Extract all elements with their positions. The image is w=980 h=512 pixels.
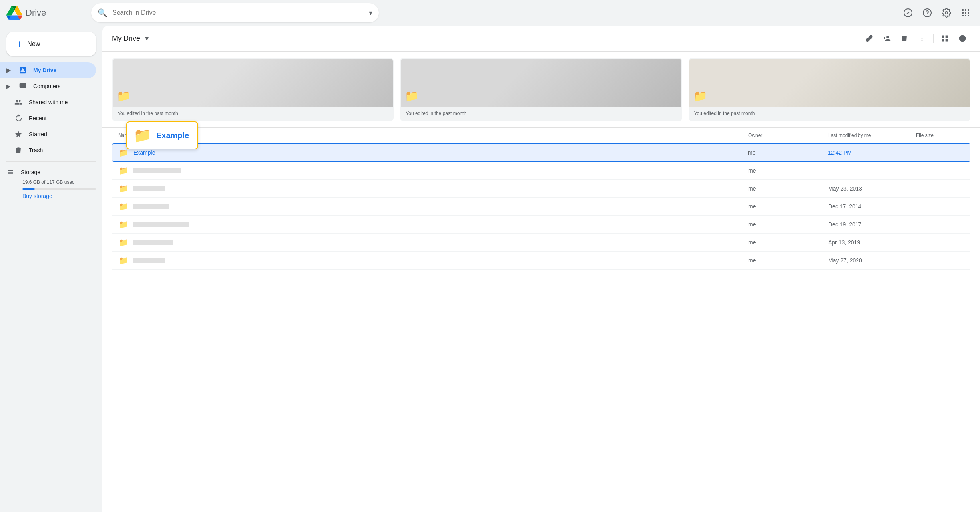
sidebar-item-starred[interactable]: Starred xyxy=(0,126,96,142)
col-name-header[interactable]: Name ↑ xyxy=(118,133,748,138)
sidebar-item-computers-label: Computers xyxy=(33,83,60,89)
file-size: — xyxy=(916,239,964,246)
my-drive-icon xyxy=(19,66,27,74)
file-owner: me xyxy=(748,203,828,210)
sidebar-item-computers[interactable]: ▶ Computers xyxy=(0,78,96,94)
chevron-icon-computers: ▶ xyxy=(6,83,11,89)
trash-icon xyxy=(14,146,22,154)
search-bar[interactable]: 🔍 ▾ xyxy=(91,3,379,22)
table-row[interactable]: 📁 me Apr 13, 2019 — xyxy=(112,234,970,252)
table-row[interactable]: 📁 me May 23, 2013 — xyxy=(112,180,970,198)
thumbnail-card-1[interactable]: 📁 You edited in the past month xyxy=(112,58,394,121)
popup-folder-name: Example xyxy=(156,131,189,140)
table-row[interactable]: 📁 me May 27, 2020 — xyxy=(112,252,970,270)
file-owner: me xyxy=(748,221,828,228)
file-name-cell: 📁 xyxy=(118,238,748,247)
gear-icon xyxy=(942,8,951,18)
header-icons xyxy=(900,5,974,21)
svg-rect-13 xyxy=(20,83,26,88)
col-owner-header: Owner xyxy=(748,133,828,138)
file-name-cell: 📁 xyxy=(118,202,748,211)
apps-button[interactable] xyxy=(958,5,974,21)
content-toolbar: My Drive ▾ xyxy=(102,26,980,52)
share-button[interactable] xyxy=(879,30,895,46)
content-area: 📁 Example My Drive ▾ xyxy=(102,26,980,512)
file-owner: me xyxy=(748,239,828,246)
table-row[interactable]: 📁 me — xyxy=(112,162,970,180)
file-modified: 12:42 PM xyxy=(828,149,916,156)
table-row[interactable]: 📁 Example me 12:42 PM — xyxy=(112,143,970,162)
search-chevron-icon[interactable]: ▾ xyxy=(369,8,372,17)
file-name-cell: 📁 xyxy=(118,184,748,193)
svg-rect-6 xyxy=(968,9,969,11)
computers-icon xyxy=(19,82,27,90)
new-button[interactable]: + New xyxy=(6,32,96,56)
file-name-cell: 📁 Example xyxy=(119,148,748,157)
file-modified: May 27, 2020 xyxy=(828,257,916,264)
table-row[interactable]: 📁 me Dec 17, 2014 — xyxy=(112,198,970,216)
file-name-text xyxy=(133,186,165,191)
thumbnail-card-3[interactable]: 📁 You edited in the past month xyxy=(689,58,970,121)
storage-info: 19.6 GB of 117 GB used xyxy=(6,179,96,185)
thumbnail-label-3: You edited in the past month xyxy=(689,107,970,120)
get-link-button[interactable] xyxy=(861,30,877,46)
search-input[interactable] xyxy=(112,9,364,16)
toolbar-divider xyxy=(933,34,934,43)
thumb-folder-icon-3: 📁 xyxy=(693,89,707,103)
recent-icon xyxy=(14,114,22,122)
file-size: — xyxy=(916,221,964,228)
drive-title-chevron-button[interactable]: ▾ xyxy=(143,32,150,44)
check-circle-button[interactable] xyxy=(900,5,916,21)
file-list-section: Name ↑ Owner Last modified by me File si… xyxy=(102,128,980,270)
settings-button[interactable] xyxy=(938,5,954,21)
sidebar-item-my-drive-label: My Drive xyxy=(33,67,56,73)
help-button[interactable] xyxy=(919,5,935,21)
sidebar-item-recent-label: Recent xyxy=(29,115,46,121)
svg-rect-4 xyxy=(962,9,964,11)
popup-folder-icon: 📁 xyxy=(133,127,151,144)
thumbnail-label-1: You edited in the past month xyxy=(113,107,393,120)
grid-view-button[interactable] xyxy=(937,30,953,46)
buy-storage-link[interactable]: Buy storage xyxy=(6,193,96,199)
folder-popup: 📁 Example xyxy=(126,121,198,149)
thumb-folder-icon-1: 📁 xyxy=(117,89,131,103)
folder-icon: 📁 xyxy=(118,256,128,265)
search-icon: 🔍 xyxy=(98,8,108,18)
delete-icon xyxy=(900,34,908,42)
file-owner: me xyxy=(748,185,828,192)
table-row[interactable]: 📁 me Dec 19, 2017 — xyxy=(112,216,970,234)
remove-button[interactable] xyxy=(896,30,912,46)
main-layout: + New ▶ My Drive ▶ Computers Shared with… xyxy=(0,26,980,512)
thumbnail-grid: 📁 You edited in the past month 📁 You edi… xyxy=(112,58,970,121)
grid-view-icon xyxy=(941,34,949,42)
header: Drive 🔍 ▾ xyxy=(0,0,980,26)
storage-bar-fill xyxy=(22,188,35,190)
thumbnail-label-2: You edited in the past month xyxy=(401,107,681,120)
sidebar-divider xyxy=(6,161,96,162)
sidebar-item-trash[interactable]: Trash xyxy=(0,142,96,158)
svg-rect-5 xyxy=(965,9,966,11)
storage-label: Storage xyxy=(21,169,40,175)
sidebar-item-my-drive[interactable]: ▶ My Drive xyxy=(0,62,96,78)
file-list-header: Name ↑ Owner Last modified by me File si… xyxy=(112,128,970,143)
file-modified: Dec 19, 2017 xyxy=(828,221,916,228)
plus-icon: + xyxy=(16,38,22,50)
sidebar-item-recent[interactable]: Recent xyxy=(0,110,96,126)
folder-icon: 📁 xyxy=(118,238,128,247)
folder-icon: 📁 xyxy=(118,202,128,211)
more-options-button[interactable] xyxy=(914,30,930,46)
thumbnail-card-2[interactable]: 📁 You edited in the past month xyxy=(400,58,682,121)
sidebar-item-starred-label: Starred xyxy=(29,131,47,137)
file-owner: me xyxy=(748,167,828,174)
file-size: — xyxy=(916,257,964,264)
svg-rect-20 xyxy=(946,39,948,42)
file-size: — xyxy=(916,203,964,210)
storage-section: Storage 19.6 GB of 117 GB used Buy stora… xyxy=(0,165,102,202)
info-button[interactable] xyxy=(954,30,970,46)
svg-rect-10 xyxy=(962,15,964,16)
sidebar-item-shared[interactable]: Shared with me xyxy=(0,94,96,110)
storage-title: Storage xyxy=(6,168,96,176)
sidebar-item-shared-label: Shared with me xyxy=(29,99,68,105)
col-modified-header: Last modified by me xyxy=(828,133,916,138)
file-modified: Dec 17, 2014 xyxy=(828,203,916,210)
